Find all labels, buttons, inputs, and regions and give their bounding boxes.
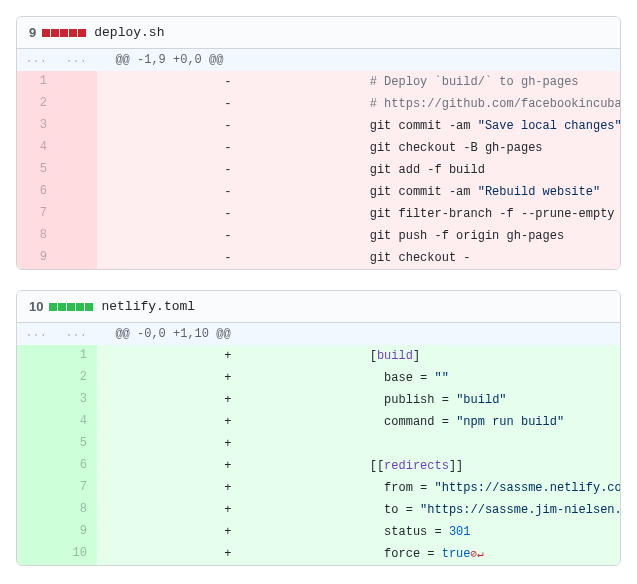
diff-line-add: 8+ to = "https://sassme.jim-nielsen.com/… bbox=[17, 499, 620, 521]
line-num-new[interactable]: 9 bbox=[57, 521, 97, 543]
file-header[interactable]: 10netlify.toml bbox=[17, 291, 620, 323]
diff-line-add: 7+ from = "https://sassme.netlify.com/*" bbox=[17, 477, 620, 499]
line-num-old[interactable] bbox=[17, 455, 57, 477]
line-num-old: ... bbox=[17, 49, 57, 71]
diff-line-add: 4+ command = "npm run build" bbox=[17, 411, 620, 433]
line-num-new[interactable] bbox=[57, 247, 97, 269]
diff-marker: - bbox=[97, 203, 359, 225]
code-cell[interactable]: # https://github.com/facebookincubator/c… bbox=[359, 93, 621, 115]
code-cell[interactable]: base = "" bbox=[359, 367, 621, 389]
line-num-old[interactable]: 2 bbox=[17, 93, 57, 115]
line-num-new: ... bbox=[57, 323, 97, 345]
code-cell[interactable]: to = "https://sassme.jim-nielsen.com/:sp… bbox=[359, 499, 621, 521]
line-num-new[interactable]: 10 bbox=[57, 543, 97, 565]
line-num-old[interactable] bbox=[17, 411, 57, 433]
code-cell[interactable]: # Deploy `build/` to gh-pages bbox=[359, 71, 621, 93]
diff-marker: + bbox=[97, 411, 359, 433]
hunk-header-text: @@ -0,0 +1,10 @@ bbox=[97, 323, 620, 345]
diff-marker: + bbox=[97, 455, 359, 477]
code-cell[interactable]: force = true⊘↵ bbox=[359, 543, 621, 565]
diffstat-squares bbox=[49, 303, 93, 311]
diffstat-square-del bbox=[78, 29, 86, 37]
diff-file: 9deploy.sh...... @@ -1,9 +0,0 @@1- # Dep… bbox=[16, 16, 621, 270]
line-num-old[interactable] bbox=[17, 499, 57, 521]
line-num-old[interactable] bbox=[17, 477, 57, 499]
diffstat-square-del bbox=[69, 29, 77, 37]
diff-line-del: 2- # https://github.com/facebookincubato… bbox=[17, 93, 620, 115]
syntax-str: "https://sassme.netlify.com/*" bbox=[435, 481, 620, 495]
diffstat-square-add bbox=[85, 303, 93, 311]
diff-marker: - bbox=[97, 71, 359, 93]
diffstat-square-del bbox=[42, 29, 50, 37]
syntax-str: "Save local changes" bbox=[478, 119, 620, 133]
line-num-old[interactable] bbox=[17, 433, 57, 455]
diffstat-square-add bbox=[49, 303, 57, 311]
line-num-new[interactable]: 1 bbox=[57, 345, 97, 367]
line-num-old[interactable]: 3 bbox=[17, 115, 57, 137]
diff-table: ...... @@ -0,0 +1,10 @@1+ [build]2+ base… bbox=[17, 323, 620, 565]
diff-marker: - bbox=[97, 247, 359, 269]
syntax-str: "" bbox=[435, 371, 449, 385]
line-num-new[interactable]: 2 bbox=[57, 367, 97, 389]
line-num-new[interactable]: 8 bbox=[57, 499, 97, 521]
diff-line-del: 5- git add -f build bbox=[17, 159, 620, 181]
code-cell[interactable]: command = "npm run build" bbox=[359, 411, 621, 433]
diff-line-add: 3+ publish = "build" bbox=[17, 389, 620, 411]
line-num-old[interactable] bbox=[17, 345, 57, 367]
line-num-old[interactable] bbox=[17, 521, 57, 543]
code-cell[interactable]: git add -f build bbox=[359, 159, 621, 181]
syntax-comment: # Deploy `build/` to gh-pages bbox=[363, 75, 579, 89]
line-num-old[interactable]: 5 bbox=[17, 159, 57, 181]
line-num-new[interactable] bbox=[57, 93, 97, 115]
no-newline-icon: ⊘↵ bbox=[471, 547, 484, 561]
diff-line-add: 9+ status = 301 bbox=[17, 521, 620, 543]
file-name-link[interactable]: netlify.toml bbox=[101, 299, 195, 314]
line-num-new[interactable]: 4 bbox=[57, 411, 97, 433]
file-name-link[interactable]: deploy.sh bbox=[94, 25, 164, 40]
diff-line-del: 6- git commit -am "Rebuild website" bbox=[17, 181, 620, 203]
diffstat-square-del bbox=[60, 29, 68, 37]
syntax-str: "npm run build" bbox=[456, 415, 564, 429]
syntax-str: "Rebuild website" bbox=[478, 185, 600, 199]
code-cell[interactable]: status = 301 bbox=[359, 521, 621, 543]
diffstat-square-add bbox=[58, 303, 66, 311]
code-cell[interactable]: git commit -am "Save local changes" bbox=[359, 115, 621, 137]
diffstat-square-add bbox=[67, 303, 75, 311]
code-cell[interactable]: git filter-branch -f --prune-empty --sub… bbox=[359, 203, 621, 225]
line-num-new[interactable] bbox=[57, 225, 97, 247]
code-cell[interactable]: git push -f origin gh-pages bbox=[359, 225, 621, 247]
line-num-old[interactable]: 6 bbox=[17, 181, 57, 203]
line-num-new: ... bbox=[57, 49, 97, 71]
code-cell[interactable]: git commit -am "Rebuild website" bbox=[359, 181, 621, 203]
code-cell[interactable]: [build] bbox=[359, 345, 621, 367]
line-num-new[interactable]: 6 bbox=[57, 455, 97, 477]
code-cell[interactable]: [[redirects]] bbox=[359, 455, 621, 477]
line-num-old[interactable]: 8 bbox=[17, 225, 57, 247]
line-num-new[interactable] bbox=[57, 181, 97, 203]
diff-line-add: 10+ force = true⊘↵ bbox=[17, 543, 620, 565]
line-num-old[interactable]: 4 bbox=[17, 137, 57, 159]
line-num-new[interactable] bbox=[57, 203, 97, 225]
file-header[interactable]: 9deploy.sh bbox=[17, 17, 620, 49]
line-num-new[interactable] bbox=[57, 137, 97, 159]
line-num-old[interactable] bbox=[17, 543, 57, 565]
line-num-new[interactable]: 5 bbox=[57, 433, 97, 455]
code-cell[interactable] bbox=[359, 433, 621, 455]
line-num-old[interactable] bbox=[17, 389, 57, 411]
code-cell[interactable]: git checkout - bbox=[359, 247, 621, 269]
line-num-new[interactable] bbox=[57, 159, 97, 181]
diff-marker: + bbox=[97, 345, 359, 367]
line-num-new[interactable] bbox=[57, 71, 97, 93]
line-num-old[interactable]: 7 bbox=[17, 203, 57, 225]
line-num-new[interactable] bbox=[57, 115, 97, 137]
line-num-new[interactable]: 3 bbox=[57, 389, 97, 411]
line-num-old[interactable]: 9 bbox=[17, 247, 57, 269]
code-cell[interactable]: from = "https://sassme.netlify.com/*" bbox=[359, 477, 621, 499]
code-cell[interactable]: git checkout -B gh-pages bbox=[359, 137, 621, 159]
code-cell[interactable]: publish = "build" bbox=[359, 389, 621, 411]
line-num-old[interactable] bbox=[17, 367, 57, 389]
line-num-new[interactable]: 7 bbox=[57, 477, 97, 499]
diff-line-add: 1+ [build] bbox=[17, 345, 620, 367]
line-num-old[interactable]: 1 bbox=[17, 71, 57, 93]
line-num-old: ... bbox=[17, 323, 57, 345]
